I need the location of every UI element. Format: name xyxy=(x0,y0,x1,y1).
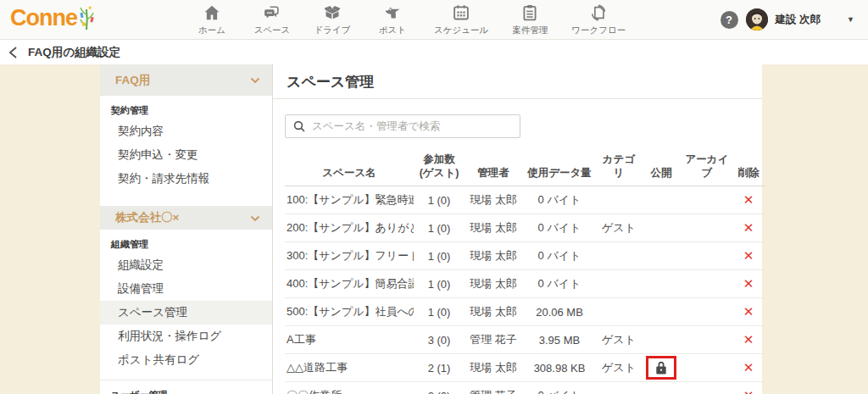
archive-status xyxy=(682,298,732,326)
sidebar-group-header[interactable]: 株式会社〇× xyxy=(100,206,272,230)
delete-button[interactable]: ✕ xyxy=(743,360,754,375)
archive-status xyxy=(682,326,732,354)
participant-count: 2 (1) xyxy=(414,354,465,382)
case-icon xyxy=(520,3,539,23)
archive-status xyxy=(682,186,732,214)
space-name: △△道路工事 xyxy=(285,354,414,382)
nav-item-home[interactable]: ホーム xyxy=(193,3,231,36)
sidebar-item[interactable]: 組織設定 xyxy=(100,253,272,277)
sidebar-group-title: FAQ用 xyxy=(115,73,150,88)
delete-cell: ✕ xyxy=(732,270,765,298)
data-usage: 0 バイト xyxy=(522,242,597,270)
delete-cell: ✕ xyxy=(732,298,765,326)
space-name: 200:【サンプル】ありがとう… xyxy=(285,214,414,242)
nav-label: スペース xyxy=(254,25,291,36)
sidebar-item[interactable]: 契約・請求先情報 xyxy=(100,167,272,191)
data-usage: 0 バイト xyxy=(522,214,597,242)
table-row[interactable]: 100:【サンプル】緊急時連絡1 (0)現場 太郎0 バイト✕ xyxy=(285,186,765,214)
manager-name: 現場 太郎 xyxy=(465,242,522,270)
participant-count: 3 (0) xyxy=(414,326,465,354)
table-row[interactable]: A工事3 (0)管理 花子3.95 MBゲスト✕ xyxy=(285,326,765,354)
column-header: カテゴリ xyxy=(597,151,641,186)
sidebar-section: 組織管理組織設定設備管理スペース管理利用状況・操作ログポスト共有ログ xyxy=(100,230,272,380)
archive-status xyxy=(682,242,732,270)
manager-name: 管理 花子 xyxy=(465,382,522,394)
participant-count: 2 (0) xyxy=(414,382,465,394)
main-panel: スペース管理 スペース名参加数(ゲスト)管理者使用データ量カテゴリ公開アーカイブ… xyxy=(273,64,762,394)
nav-label: 案件管理 xyxy=(512,25,548,36)
nav-label: スケジュール xyxy=(434,25,488,36)
delete-button[interactable]: ✕ xyxy=(743,304,754,319)
category xyxy=(597,382,641,394)
table-row[interactable]: 400:【サンプル】簡易合議決裁1 (0)現場 太郎0 バイト✕ xyxy=(285,270,765,298)
space-name: 300:【サンプル】フリートーク xyxy=(285,242,414,270)
nav-item-space[interactable]: スペース xyxy=(253,3,291,36)
sidebar-item[interactable]: 設備管理 xyxy=(100,277,272,301)
delete-cell: ✕ xyxy=(732,326,765,354)
public-status xyxy=(641,326,682,354)
user-area: ? 建設 次郎 ▼ xyxy=(721,8,868,31)
nav-item-schedule[interactable]: スケジュール xyxy=(434,3,488,36)
category xyxy=(597,298,641,326)
delete-button[interactable]: ✕ xyxy=(743,220,754,235)
archive-status xyxy=(682,270,732,298)
drive-icon xyxy=(323,3,342,23)
category: ゲスト xyxy=(597,214,641,242)
delete-button[interactable]: ✕ xyxy=(743,248,754,263)
search-input[interactable] xyxy=(312,120,512,132)
delete-button[interactable]: ✕ xyxy=(743,192,754,207)
public-status xyxy=(641,186,682,214)
archive-status xyxy=(682,354,732,382)
table-row[interactable]: 300:【サンプル】フリートーク1 (0)現場 太郎0 バイト✕ xyxy=(285,242,765,270)
delete-button[interactable]: ✕ xyxy=(743,276,754,291)
data-usage: 0 バイト xyxy=(522,186,597,214)
space-table: スペース名参加数(ゲスト)管理者使用データ量カテゴリ公開アーカイブ削除 100:… xyxy=(285,151,765,394)
sidebar-item[interactable]: ポスト共有ログ xyxy=(100,348,272,372)
table-row[interactable]: 200:【サンプル】ありがとう…1 (0)現場 太郎0 バイトゲスト✕ xyxy=(285,214,765,242)
manager-name: 現場 太郎 xyxy=(465,214,522,242)
public-status xyxy=(641,270,682,298)
data-usage: 308.98 KB xyxy=(522,354,597,382)
back-button[interactable] xyxy=(8,47,19,58)
column-header: 公開 xyxy=(641,151,682,186)
sidebar-item[interactable]: 契約内容 xyxy=(100,119,272,143)
table-row[interactable]: 〇〇作業所2 (0)管理 花子0 バイト✕ xyxy=(285,382,765,394)
nav-item-workflow[interactable]: ワークフロー xyxy=(571,3,626,36)
sidebar-group-header[interactable]: FAQ用 xyxy=(100,64,272,96)
table-row[interactable]: 500:【サンプル】社員への伝…1 (0)現場 太郎20.06 MB✕ xyxy=(285,298,765,326)
delete-cell: ✕ xyxy=(732,186,765,214)
data-usage: 20.06 MB xyxy=(522,298,597,326)
chevron-down-icon xyxy=(250,74,260,86)
nav-item-drive[interactable]: ドライブ xyxy=(314,3,351,36)
sidebar-group-title: 株式会社〇× xyxy=(115,210,179,225)
participant-count: 1 (0) xyxy=(414,214,465,242)
logo-text: Conne xyxy=(10,5,77,31)
breadcrumb: FAQ用の組織設定 xyxy=(0,40,868,64)
data-usage: 0 バイト xyxy=(522,382,597,394)
sidebar-section: 契約管理契約内容契約申込・変更契約・請求先情報 xyxy=(100,96,272,198)
delete-button[interactable]: ✕ xyxy=(743,388,754,394)
help-icon[interactable]: ? xyxy=(721,11,738,29)
app-header: Conne ホームスペースドライブポストスケジュール案件管理ワークフロー ? xyxy=(0,0,868,40)
manager-name: 現場 太郎 xyxy=(465,354,522,382)
space-name: 〇〇作業所 xyxy=(285,382,414,394)
nav-label: ドライブ xyxy=(314,25,351,36)
table-row[interactable]: △△道路工事2 (1)現場 太郎308.98 KBゲスト✕ xyxy=(285,354,765,382)
sidebar-item[interactable]: 利用状況・操作ログ xyxy=(100,325,272,348)
app-logo[interactable]: Conne xyxy=(0,5,193,35)
search-icon xyxy=(293,120,305,132)
avatar[interactable] xyxy=(746,8,768,31)
caret-down-icon[interactable]: ▼ xyxy=(847,15,854,24)
chevron-down-icon xyxy=(250,212,260,225)
nav-item-case[interactable]: 案件管理 xyxy=(511,3,548,36)
category xyxy=(597,270,641,298)
participant-count: 1 (0) xyxy=(414,270,465,298)
nav-item-post[interactable]: ポスト xyxy=(374,3,411,36)
column-header: 使用データ量 xyxy=(522,151,597,186)
delete-button[interactable]: ✕ xyxy=(743,332,754,347)
user-name[interactable]: 建設 次郎 xyxy=(776,13,821,27)
participant-count: 1 (0) xyxy=(414,298,465,326)
table-header-row: スペース名参加数(ゲスト)管理者使用データ量カテゴリ公開アーカイブ削除 xyxy=(285,151,765,186)
sidebar-item[interactable]: スペース管理 xyxy=(100,301,272,325)
sidebar-item[interactable]: 契約申込・変更 xyxy=(100,143,272,167)
